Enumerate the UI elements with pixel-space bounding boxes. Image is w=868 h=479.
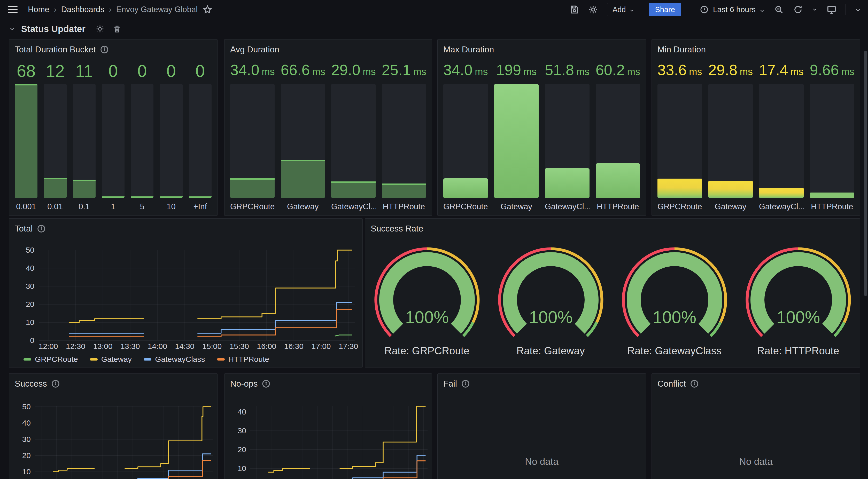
bar-gauge-column: 29.8msGateway [708,61,753,212]
star-icon[interactable] [202,4,213,15]
bar-gauge-label: GatewayCl... [759,198,804,212]
bar-gauge-label: 1 [102,198,125,212]
nav-actions: Add Share Last 6 hours [569,3,860,16]
bar-gauge-label: Gateway [281,198,325,212]
bar-gauge-track [230,84,275,198]
panel-header[interactable]: Avg Duration [224,39,432,56]
time-range-picker[interactable]: Last 6 hours [699,4,765,15]
panel-header[interactable]: Conflict [652,374,860,390]
bar-gauge-label: HTTPRoute [382,198,426,212]
svg-text:12:00: 12:00 [38,342,58,350]
svg-text:13:30: 13:30 [120,342,140,350]
chevron-down-icon [629,7,635,12]
gauge-value: 100% [653,308,696,327]
bar-gauge-fill [810,193,855,198]
toolbar-collapse-chevron-icon[interactable] [855,7,860,12]
bar-gauge-value: 25.1ms [382,61,426,84]
panel-header[interactable]: Total Duration Bucket [9,39,217,56]
bar-gauge-column: 01 [102,61,125,212]
breadcrumb-home[interactable]: Home [28,5,49,14]
bar-gauge: 33.6msGRPCRoute29.8msGateway17.4msGatewa… [657,61,854,212]
gauge: 100%Rate: GRPCRoute [365,244,489,357]
bar-gauge-track [160,84,182,198]
panel-header[interactable]: Min Duration [652,39,860,56]
bar-gauge-track [281,84,325,198]
gauge-label: Rate: HTTPRoute [757,345,839,357]
series-line-Gateway [340,406,426,469]
row-title[interactable]: Status Updater [21,24,86,34]
bar-gauge-value: 51.8ms [545,61,590,84]
bar-gauge-label: GatewayCl... [331,198,376,212]
bar-gauge-unit: ms [740,66,753,77]
svg-text:14:30: 14:30 [175,342,194,350]
bar-gauge-label: HTTPRoute [596,198,641,212]
bar-gauge-value: 0 [102,61,125,84]
bar-gauge-value: 0 [131,61,153,84]
gauge: 100%Rate: HTTPRoute [736,244,860,357]
legend-item-GatewayClass[interactable]: GatewayClass [144,355,205,364]
bar-gauge-track [331,84,376,198]
bar-gauge-label: 0.1 [73,198,96,212]
legend-label: GRPCRoute [35,355,78,364]
legend-label: GatewayClass [155,355,205,364]
panel-header[interactable]: Total [9,218,363,235]
svg-text:30: 30 [26,282,34,290]
bar-gauge-column: 110.1 [73,61,96,212]
bar-gauge-column: 17.4msGatewayCl... [759,61,804,212]
legend-item-GRPCRoute[interactable]: GRPCRoute [24,355,78,364]
bar-gauge-fill [545,168,590,198]
zoom-out-icon[interactable] [774,4,784,15]
panel-max-duration: Max Duration34.0msGRPCRoute199msGateway5… [437,39,646,216]
bar-gauge-unit: ms [413,66,426,77]
row-collapse-chevron-icon[interactable] [9,26,16,32]
panel-header[interactable]: Fail [438,374,646,390]
panel-title: Conflict [657,379,686,389]
series-line-HTTPRoute [197,310,352,337]
bar-gauge-label: GatewayCl... [545,198,590,212]
refresh-interval-chevron-icon[interactable] [812,7,817,12]
svg-text:30: 30 [238,426,246,435]
bar-gauge-value: 0 [189,61,212,84]
panel-title: Total Duration Bucket [15,45,96,55]
panel-header[interactable]: No-ops [224,374,432,390]
bar-gauge-unit: ms [576,66,590,77]
panel-title: Success Rate [371,224,424,234]
row-delete-trash-icon[interactable] [113,25,121,33]
panel-header[interactable]: Success [9,374,217,390]
no-data-message: No data [438,456,646,467]
bar-gauge-track [73,84,96,198]
refresh-icon[interactable] [793,4,803,15]
bar-gauge: 680.001120.01110.101050100+Inf [15,61,212,212]
share-button[interactable]: Share [649,3,681,16]
breadcrumb-dashboards[interactable]: Dashboards [61,5,104,14]
settings-gear-icon[interactable] [588,4,598,15]
legend-label: HTTPRoute [228,355,269,364]
panel-header[interactable]: Max Duration [438,39,646,56]
vertical-scrollbar[interactable] [864,51,867,296]
bar-gauge-fill [443,178,488,198]
panel-total-duration-bucket: Total Duration Bucket680.001120.01110.10… [9,39,218,216]
info-icon [100,45,109,54]
svg-text:20: 20 [238,445,246,454]
panel-title: Total [15,224,33,234]
menu-icon[interactable] [8,6,18,13]
add-button[interactable]: Add [607,3,640,16]
panel-header[interactable]: Success Rate [365,218,860,235]
panel-title: Max Duration [443,45,494,55]
save-icon[interactable] [569,4,579,15]
bar-gauge-fill [382,183,426,198]
bar-gauge-unit: ms [475,66,488,77]
panel-title: Success [15,379,47,389]
legend-item-Gateway[interactable]: Gateway [90,355,132,364]
bar-gauge-value: 12 [44,61,66,84]
bar-gauge-value: 9.66ms [810,61,855,84]
gauge-label: Rate: Gateway [517,345,585,357]
panel-title: Avg Duration [230,45,279,55]
svg-text:40: 40 [238,408,246,416]
tv-kiosk-icon[interactable] [827,4,837,15]
bar-gauge-unit: ms [841,66,854,77]
series-line-GatewayClass [197,303,352,333]
bar-gauge-value: 34.0ms [443,61,488,84]
row-settings-gear-icon[interactable] [96,25,104,33]
legend-item-HTTPRoute[interactable]: HTTPRoute [217,355,269,364]
